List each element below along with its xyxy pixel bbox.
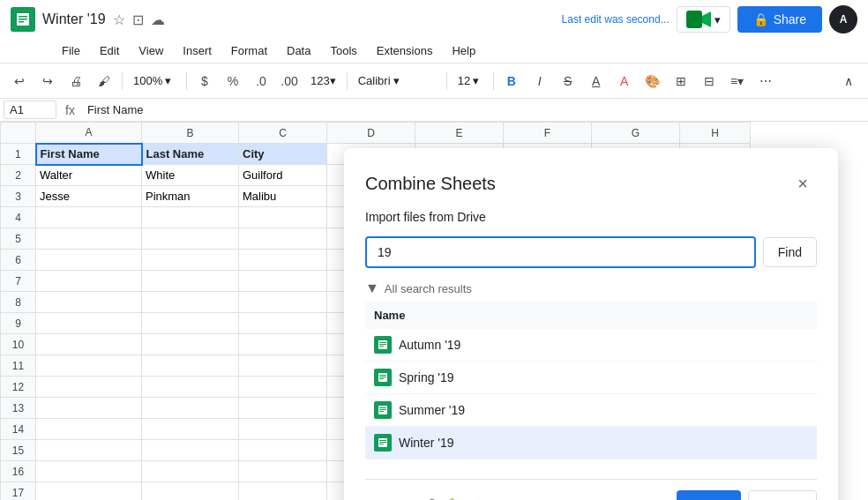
cell-3-b[interactable]: Pinkman [142,186,239,207]
list-item[interactable]: Spring '19 [365,362,817,394]
strikethrough-button[interactable]: S [556,69,580,93]
decimal-dec-button[interactable]: .0 [249,69,273,93]
cloud-icon[interactable]: ☁ [151,11,165,28]
cell-13-a[interactable] [36,398,142,419]
cell-4-b[interactable] [142,207,239,228]
cell-14-c[interactable] [239,419,327,440]
undo-button[interactable]: ↩ [7,69,32,93]
col-header-b[interactable]: B [142,123,239,144]
close-button[interactable]: × [789,169,817,198]
cell-13-b[interactable] [142,398,239,419]
find-button[interactable]: Find [763,237,817,267]
list-item[interactable]: Summer '19 [365,394,817,427]
cell-14-a[interactable] [36,419,142,440]
merge-button[interactable]: ⊟ [697,69,722,93]
decimal-inc-button[interactable]: .00 [277,69,302,93]
menu-edit[interactable]: Edit [91,41,128,61]
italic-button[interactable]: I [528,69,552,93]
col-header-a[interactable]: A [36,123,142,144]
menu-format[interactable]: Format [222,41,276,61]
cell-16-b[interactable] [142,461,239,482]
menu-help[interactable]: Help [443,41,484,61]
align-button[interactable]: ≡▾ [725,69,750,93]
font-select[interactable]: Calibri ▾ [353,71,441,90]
results-header[interactable]: ▼ All search results [365,280,817,296]
col-header-c[interactable]: C [239,123,327,144]
meet-button[interactable]: ▾ [677,6,730,33]
cell-17-b[interactable] [142,482,239,501]
col-header-h[interactable]: H [680,123,751,144]
cell-11-c[interactable] [239,355,327,377]
more-button[interactable]: ⋯ [753,69,778,93]
cell-6-b[interactable] [142,250,239,271]
menu-data[interactable]: Data [278,41,319,61]
cell-2-c[interactable]: Guilford [239,165,327,186]
format-select[interactable]: 123▾ [305,71,341,90]
cell-1-c[interactable]: City [239,144,327,165]
borders-button[interactable]: ⊞ [669,69,693,93]
list-item[interactable]: Autumn '19 [365,329,817,362]
percent-button[interactable]: % [221,69,245,93]
cell-9-c[interactable] [239,313,327,334]
col-header-d[interactable]: D [327,123,415,144]
cell-14-b[interactable] [142,419,239,440]
collapse-button[interactable]: ∧ [836,69,861,93]
cell-8-a[interactable] [36,292,142,313]
menu-insert[interactable]: Insert [174,41,221,61]
menu-tools[interactable]: Tools [321,41,365,61]
menu-extensions[interactable]: Extensions [368,41,442,61]
cell-10-b[interactable] [142,334,239,355]
font-size-select[interactable]: 12 ▾ [453,71,488,90]
search-input[interactable] [365,236,756,268]
cell-8-b[interactable] [142,292,239,313]
fill-color-button[interactable]: 🎨 [640,69,665,93]
currency-button[interactable]: $ [192,69,217,93]
cell-3-a[interactable]: Jesse [36,186,142,207]
share-button[interactable]: 🔒 Share [737,6,822,33]
cell-16-a[interactable] [36,461,142,482]
cell-6-a[interactable] [36,250,142,271]
cell-9-a[interactable] [36,313,142,334]
cell-11-b[interactable] [142,355,239,377]
cell-1-a[interactable]: First Name [36,144,142,165]
cancel-button[interactable]: Cancel [748,490,817,500]
cell-4-a[interactable] [36,207,142,228]
cell-13-c[interactable] [239,398,327,419]
avatar[interactable]: A [829,5,857,34]
cell-12-c[interactable] [239,377,327,398]
cell-15-b[interactable] [142,440,239,461]
col-header-f[interactable]: F [504,123,592,144]
cell-10-c[interactable] [239,334,327,355]
bug-icon[interactable]: 🐛 [446,497,464,501]
cell-6-c[interactable] [239,250,327,271]
redo-button[interactable]: ↪ [35,69,60,93]
list-item[interactable]: Winter '19 [365,427,817,459]
cell-1-b[interactable]: Last Name [142,144,239,165]
cell-5-b[interactable] [142,228,239,250]
cell-17-a[interactable] [36,482,142,501]
cell-7-c[interactable] [239,271,327,292]
cell-15-c[interactable] [239,440,327,461]
drive-icon[interactable]: ⊡ [132,11,144,28]
cell-12-a[interactable] [36,377,142,398]
col-header-g[interactable]: G [592,123,680,144]
cell-9-b[interactable] [142,313,239,334]
underline-button[interactable]: A [584,69,609,93]
cell-7-b[interactable] [142,271,239,292]
col-header-e[interactable]: E [415,123,504,144]
bold-button[interactable]: B [499,69,524,93]
cell-2-a[interactable]: Walter [36,165,142,186]
cell-10-a[interactable] [36,334,142,355]
add-button[interactable]: Add [677,490,741,500]
last-edit[interactable]: Last edit was second... [562,13,670,26]
zoom-select[interactable]: 100% ▾ [128,71,181,90]
cell-4-c[interactable] [239,207,327,228]
cell-11-a[interactable] [36,355,142,377]
menu-view[interactable]: View [130,41,172,61]
cell-reference[interactable]: A1 [4,101,56,119]
cell-8-c[interactable] [239,292,327,313]
paint-format-button[interactable]: 🖌 [92,69,116,93]
cell-5-a[interactable] [36,228,142,250]
print-button[interactable]: 🖨 [64,69,88,93]
menu-file[interactable]: File [53,41,89,61]
